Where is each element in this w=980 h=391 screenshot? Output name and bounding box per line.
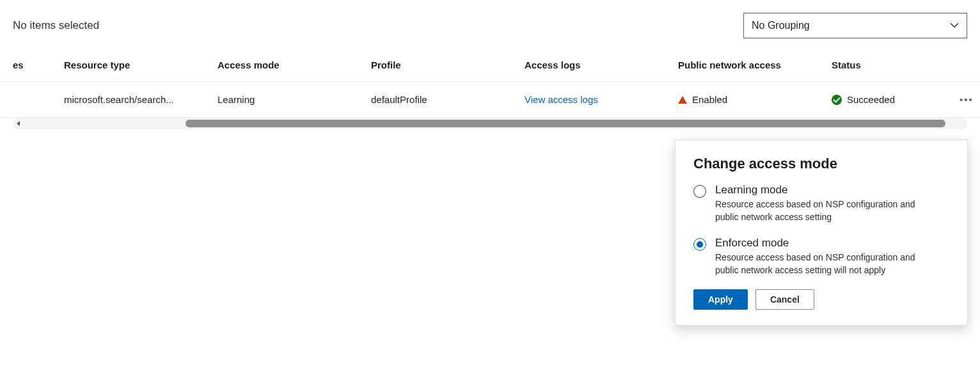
ellipsis-icon: ••• bbox=[960, 94, 974, 105]
row-more-actions[interactable]: ••• bbox=[960, 94, 980, 105]
apply-button[interactable]: Apply bbox=[693, 289, 748, 310]
radio-label: Learning mode bbox=[715, 184, 933, 196]
column-header-resource-type[interactable]: Resource type bbox=[64, 60, 217, 70]
popup-title: Change access mode bbox=[693, 156, 949, 172]
column-header-access-logs[interactable]: Access logs bbox=[525, 60, 678, 70]
cell-access-mode: Learning bbox=[217, 94, 371, 105]
cell-status: Succeeded bbox=[847, 94, 895, 105]
table-header: es Resource type Access mode Profile Acc… bbox=[0, 51, 980, 82]
cell-profile: defaultProfile bbox=[371, 94, 525, 105]
radio-description: Resource access based on NSP configurati… bbox=[715, 198, 933, 224]
radio-circle-icon bbox=[693, 185, 706, 198]
column-header-access-mode[interactable]: Access mode bbox=[217, 60, 371, 70]
change-access-mode-popup: Change access mode Learning mode Resourc… bbox=[675, 140, 968, 326]
cell-resource-type: microsoft.search/search... bbox=[64, 94, 217, 105]
column-header-public-network-access[interactable]: Public network access bbox=[678, 60, 832, 70]
warning-icon bbox=[678, 96, 687, 104]
view-access-logs-link[interactable]: View access logs bbox=[525, 94, 598, 105]
horizontal-scrollbar[interactable] bbox=[13, 118, 967, 129]
chevron-down-icon bbox=[950, 21, 959, 30]
scroll-thumb[interactable] bbox=[186, 120, 945, 127]
column-header-prefix[interactable]: es bbox=[13, 60, 64, 70]
popup-actions: Apply Cancel bbox=[693, 289, 949, 310]
selection-summary: No items selected bbox=[13, 19, 99, 32]
column-header-status[interactable]: Status bbox=[832, 60, 960, 70]
radio-circle-icon bbox=[693, 238, 706, 251]
success-icon bbox=[832, 95, 842, 105]
cancel-button[interactable]: Cancel bbox=[755, 289, 814, 310]
triangle-left-icon bbox=[15, 120, 22, 127]
radio-option-learning[interactable]: Learning mode Resource access based on N… bbox=[693, 184, 949, 224]
column-header-profile[interactable]: Profile bbox=[371, 60, 525, 70]
top-bar: No items selected No Grouping bbox=[0, 0, 980, 51]
grouping-dropdown-value: No Grouping bbox=[752, 20, 810, 31]
radio-option-enforced[interactable]: Enforced mode Resource access based on N… bbox=[693, 237, 949, 277]
table-row[interactable]: microsoft.search/search... Learning defa… bbox=[0, 82, 980, 118]
grouping-dropdown[interactable]: No Grouping bbox=[743, 13, 967, 38]
radio-description: Resource access based on NSP configurati… bbox=[715, 251, 933, 277]
radio-label: Enforced mode bbox=[715, 237, 933, 250]
cell-public-network-access: Enabled bbox=[692, 94, 727, 105]
scroll-left-button[interactable] bbox=[13, 118, 24, 129]
